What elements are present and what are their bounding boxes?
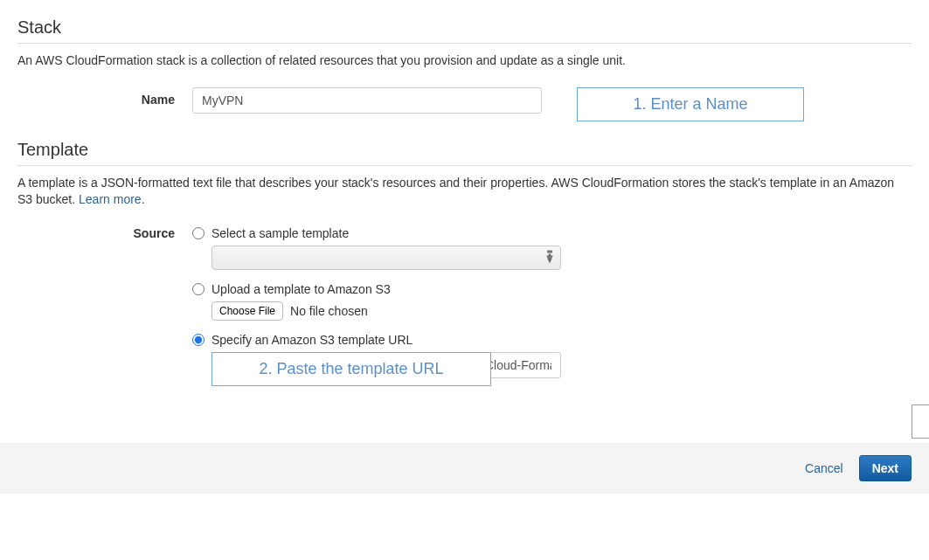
- choose-file-button[interactable]: Choose File: [211, 301, 283, 321]
- select-arrows-icon: ▲▼: [545, 252, 554, 263]
- s3url-row: 2. Paste the template URL: [211, 352, 561, 378]
- template-desc-suffix: .: [142, 192, 145, 206]
- stack-section: Stack An AWS CloudFormation stack is a c…: [17, 17, 912, 114]
- sample-select-wrap: ▲▼: [211, 245, 561, 270]
- radio-s3url-row: Specify an Amazon S3 template URL: [192, 333, 561, 347]
- file-status-text: No file chosen: [290, 304, 368, 318]
- source-wrapper: Source Select a sample template ▲▼ Uploa…: [17, 226, 912, 391]
- stack-name-label: Name: [17, 87, 192, 107]
- template-desc-text: A template is a JSON-formatted text file…: [17, 176, 894, 207]
- radio-sample[interactable]: [192, 227, 205, 239]
- radio-upload-row: Upload a template to Amazon S3: [192, 282, 561, 296]
- stack-heading: Stack: [17, 17, 912, 44]
- stack-description: An AWS CloudFormation stack is a collect…: [17, 52, 912, 70]
- stack-name-input[interactable]: [192, 87, 542, 114]
- template-section: Template A template is a JSON-formatted …: [17, 140, 912, 391]
- next-button[interactable]: Next: [859, 455, 912, 481]
- radio-upload-label[interactable]: Upload a template to Amazon S3: [211, 282, 391, 296]
- annotation-click-next: 3. Click Next: [912, 404, 929, 439]
- cancel-link[interactable]: Cancel: [805, 461, 843, 475]
- radio-s3url-label[interactable]: Specify an Amazon S3 template URL: [211, 333, 413, 347]
- upload-file-row: Choose File No file chosen: [211, 301, 561, 321]
- learn-more-link[interactable]: Learn more: [79, 192, 142, 206]
- annotation-enter-name: 1. Enter a Name: [577, 87, 804, 121]
- source-group: Source Select a sample template ▲▼ Uploa…: [17, 226, 912, 391]
- footer-bar: 3. Click Next Cancel Next: [0, 443, 929, 494]
- template-heading: Template: [17, 140, 912, 166]
- radio-s3url[interactable]: [192, 334, 205, 346]
- radio-sample-row: Select a sample template: [192, 226, 561, 240]
- radio-sample-label[interactable]: Select a sample template: [211, 226, 349, 240]
- radio-upload[interactable]: [192, 283, 205, 295]
- source-options: Select a sample template ▲▼ Upload a tem…: [192, 226, 561, 391]
- stack-name-row: Name 1. Enter a Name: [17, 87, 912, 114]
- annotation-paste-url: 2. Paste the template URL: [211, 352, 491, 386]
- source-label: Source: [17, 226, 192, 240]
- stack-name-control: [192, 87, 542, 114]
- template-description: A template is a JSON-formatted text file…: [17, 175, 912, 209]
- sample-select[interactable]: ▲▼: [211, 245, 561, 270]
